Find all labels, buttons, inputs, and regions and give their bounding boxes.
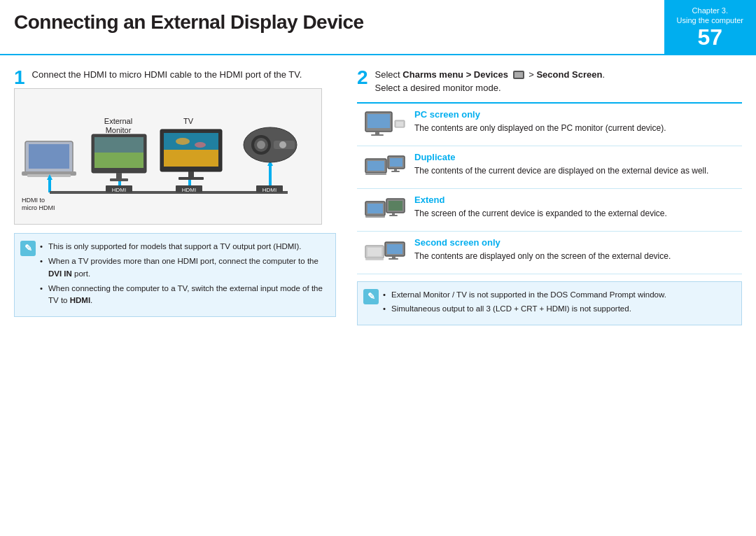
svg-point-34 bbox=[176, 138, 190, 145]
svg-rect-69 bbox=[368, 248, 382, 256]
diagram: External Monitor TV Projector bbox=[14, 88, 322, 225]
page-header: Connecting an External Display Device Ch… bbox=[0, 0, 756, 55]
svg-text:External: External bbox=[104, 117, 132, 125]
second-svg bbox=[364, 239, 406, 268]
pc-screen-svg bbox=[364, 111, 406, 140]
svg-rect-62 bbox=[368, 204, 383, 213]
mode-ext-title: Extend bbox=[414, 195, 738, 205]
svg-rect-70 bbox=[365, 258, 384, 260]
step1-number: 1 bbox=[14, 68, 25, 87]
main-content: 1 Connect the HDMI to micro HDMI cable t… bbox=[0, 55, 756, 333]
right-column: 2 Select Charms menu > Devices > Second … bbox=[357, 68, 742, 326]
svg-rect-27 bbox=[94, 153, 144, 168]
note-icon-left: ✎ bbox=[20, 241, 36, 256]
mode-dup-desc: The contents of the current device are d… bbox=[414, 164, 738, 177]
duplicate-screen-icon bbox=[361, 152, 409, 183]
pc-screen-icon bbox=[361, 109, 409, 140]
step2-intro: 2 Select Charms menu > Devices > Second … bbox=[357, 68, 742, 102]
svg-rect-74 bbox=[388, 258, 398, 260]
left-column: 1 Connect the HDMI to micro HDMI cable t… bbox=[14, 68, 336, 326]
svg-rect-59 bbox=[394, 169, 397, 171]
note-item-3: When connecting the computer to a TV, sw… bbox=[40, 283, 327, 308]
svg-rect-9 bbox=[48, 180, 51, 192]
mode-row-duplicate: Duplicate The contents of the current de… bbox=[357, 146, 742, 189]
right-note-item-2: Simultaneous output to all 3 (LCD + CRT … bbox=[383, 303, 733, 316]
mode-sec-title: Second screen only bbox=[414, 237, 738, 248]
svg-rect-72 bbox=[387, 244, 402, 254]
svg-rect-36 bbox=[188, 171, 194, 177]
mode-ext-desc: The screen of the current device is expa… bbox=[414, 207, 738, 220]
svg-text:HDMI: HDMI bbox=[262, 187, 276, 193]
svg-rect-49 bbox=[368, 114, 390, 128]
devices-icon bbox=[512, 69, 525, 81]
svg-rect-55 bbox=[368, 161, 384, 171]
diagram-svg: External Monitor TV Projector bbox=[15, 89, 322, 225]
svg-text:Monitor: Monitor bbox=[106, 126, 132, 134]
right-note-list: External Monitor / TV is not supported i… bbox=[383, 289, 733, 316]
extend-svg bbox=[364, 196, 406, 225]
svg-text:HDMI to: HDMI to bbox=[22, 197, 45, 204]
svg-rect-60 bbox=[391, 171, 400, 172]
svg-rect-37 bbox=[178, 177, 204, 180]
step1-text: Connect the HDMI to micro HDMI cable to … bbox=[32, 68, 336, 82]
svg-text:HDMI: HDMI bbox=[112, 187, 126, 193]
svg-rect-66 bbox=[392, 213, 395, 215]
chapter-number: 57 bbox=[698, 26, 723, 48]
svg-text:TV: TV bbox=[183, 117, 194, 125]
svg-rect-26 bbox=[94, 137, 144, 153]
mode-row-second: Second screen only The contents are disp… bbox=[357, 232, 742, 274]
mode-dup-content: Duplicate The contents of the current de… bbox=[409, 152, 738, 177]
duplicate-svg bbox=[364, 153, 406, 183]
second-screen-icon bbox=[361, 237, 409, 268]
svg-rect-65 bbox=[388, 201, 402, 211]
note-item-2: When a TV provides more than one HDMI po… bbox=[40, 255, 327, 281]
mode-pc-desc: The contents are only displayed on the P… bbox=[414, 122, 738, 134]
page-title: Connecting an External Display Device bbox=[14, 11, 364, 33]
step1-note-list: This is only supported for models that s… bbox=[40, 241, 327, 307]
step1-header: 1 Connect the HDMI to micro HDMI cable t… bbox=[14, 68, 336, 89]
chapter-label: Chapter 3.Using the computer bbox=[677, 6, 743, 26]
note-item-1: This is only supported for models that s… bbox=[40, 241, 327, 253]
svg-text:HDMI: HDMI bbox=[182, 187, 196, 193]
svg-rect-51 bbox=[371, 134, 384, 136]
svg-rect-33 bbox=[164, 150, 218, 167]
mode-dup-title: Duplicate bbox=[414, 152, 738, 162]
svg-rect-67 bbox=[389, 215, 398, 216]
mode-pc-content: PC screen only The contents are only dis… bbox=[409, 109, 738, 134]
mode-ext-content: Extend The screen of the current device … bbox=[409, 195, 738, 220]
svg-rect-29 bbox=[110, 178, 128, 181]
mode-row-pc: PC screen only The contents are only dis… bbox=[357, 104, 742, 146]
svg-rect-32 bbox=[164, 133, 218, 150]
mode-row-extend: Extend The screen of the current device … bbox=[357, 189, 742, 232]
mode-sec-content: Second screen only The contents are disp… bbox=[409, 237, 738, 262]
mode-pc-title: PC screen only bbox=[414, 109, 738, 120]
svg-rect-56 bbox=[365, 173, 386, 175]
step2-number: 2 bbox=[357, 68, 368, 87]
svg-rect-47 bbox=[514, 72, 523, 78]
svg-point-43 bbox=[279, 141, 286, 148]
right-note-item-1: External Monitor / TV is not supported i… bbox=[383, 289, 733, 302]
svg-rect-11 bbox=[50, 191, 288, 194]
svg-rect-53 bbox=[396, 122, 403, 127]
svg-point-35 bbox=[195, 142, 206, 148]
svg-text:micro HDMI: micro HDMI bbox=[22, 204, 55, 211]
chapter-block: Chapter 3.Using the computer 57 bbox=[664, 0, 756, 54]
svg-rect-58 bbox=[390, 158, 402, 167]
step2-text: Select Charms menu > Devices > Second Sc… bbox=[375, 68, 742, 95]
page-title-block: Connecting an External Display Device bbox=[0, 0, 664, 54]
svg-rect-50 bbox=[375, 132, 379, 134]
extend-screen-icon bbox=[361, 195, 409, 225]
svg-rect-73 bbox=[392, 256, 396, 258]
mode-sec-desc: The contents are displayed only on the s… bbox=[414, 250, 738, 262]
step1-note: ✎ This is only supported for models that… bbox=[14, 233, 336, 317]
mode-table: PC screen only The contents are only dis… bbox=[357, 102, 742, 274]
svg-point-41 bbox=[257, 141, 265, 149]
svg-rect-28 bbox=[116, 173, 122, 178]
svg-rect-63 bbox=[365, 216, 385, 218]
right-note: ✎ External Monitor / TV is not supported… bbox=[357, 281, 742, 326]
note-icon-right: ✎ bbox=[363, 289, 379, 304]
svg-rect-6 bbox=[29, 144, 69, 169]
